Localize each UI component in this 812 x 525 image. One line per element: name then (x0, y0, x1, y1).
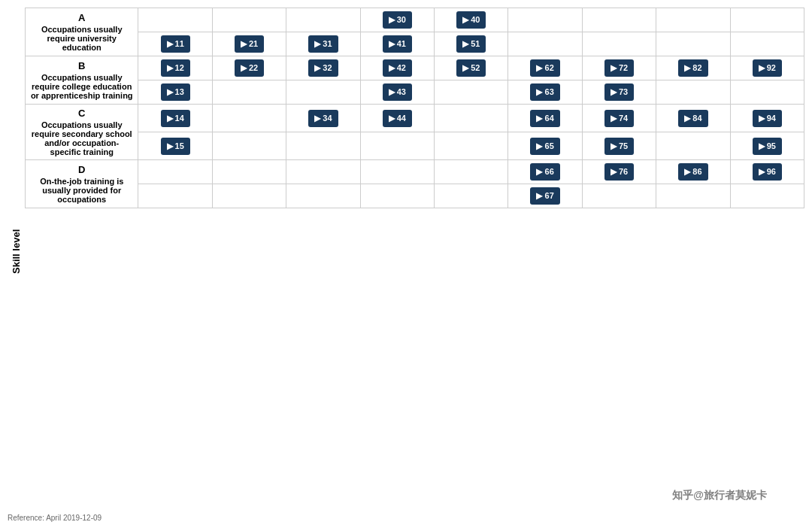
badge-86[interactable]: ▶ 86 (678, 163, 707, 181)
badge-96[interactable]: ▶ 96 (753, 163, 782, 181)
table-row: ▶ 67 (26, 184, 804, 208)
table-row: A Occupations usually require university… (26, 8, 804, 32)
badge-64[interactable]: ▶ 64 (530, 110, 559, 127)
badge-30[interactable]: ▶ 30 (383, 11, 412, 29)
cell (138, 184, 212, 208)
group-d-label: D On-the-job training is usually provide… (26, 160, 138, 208)
cell (286, 8, 360, 32)
cell: ▶ 42 (360, 56, 434, 80)
cell (656, 80, 730, 105)
badge-63[interactable]: ▶ 63 (530, 83, 559, 101)
cell: ▶ 31 (286, 32, 360, 56)
cell (286, 160, 360, 184)
cell (138, 8, 212, 32)
cell: ▶ 43 (360, 80, 434, 105)
cell: ▶ 32 (286, 56, 360, 80)
badge-51[interactable]: ▶ 51 (456, 35, 486, 53)
cell: ▶ 34 (286, 105, 360, 132)
badge-15[interactable]: ▶ 15 (161, 138, 190, 155)
badge-74[interactable]: ▶ 74 (604, 110, 634, 127)
badge-67[interactable]: ▶ 67 (530, 187, 559, 205)
badge-14[interactable]: ▶ 14 (161, 110, 190, 127)
badge-62[interactable]: ▶ 62 (530, 59, 559, 77)
cell: ▶ 74 (582, 105, 656, 132)
cell (730, 32, 804, 56)
table-row: D On-the-job training is usually provide… (26, 160, 804, 184)
badge-13[interactable]: ▶ 13 (161, 83, 190, 101)
badge-72[interactable]: ▶ 72 (604, 59, 634, 77)
cell (435, 105, 508, 132)
cell (286, 132, 360, 160)
badge-44[interactable]: ▶ 44 (383, 110, 412, 127)
cell (582, 8, 656, 32)
badge-21[interactable]: ▶ 21 (235, 35, 264, 53)
badge-92[interactable]: ▶ 92 (753, 59, 782, 77)
cell: ▶ 95 (730, 132, 804, 160)
badge-43[interactable]: ▶ 43 (383, 83, 412, 101)
cell: ▶ 82 (656, 56, 730, 80)
cell (212, 8, 286, 32)
badge-95[interactable]: ▶ 95 (753, 138, 782, 155)
badge-11[interactable]: ▶ 11 (161, 35, 190, 53)
badge-34[interactable]: ▶ 34 (308, 110, 338, 127)
badge-73[interactable]: ▶ 73 (604, 83, 634, 101)
cell: ▶ 67 (508, 184, 582, 208)
badge-76[interactable]: ▶ 76 (604, 163, 634, 181)
cell: ▶ 13 (138, 80, 212, 105)
table-row: ▶ 13 ▶ 43 ▶ 63 ▶ 73 (26, 80, 804, 105)
cell: ▶ 14 (138, 105, 212, 132)
cell: ▶ 65 (508, 132, 582, 160)
cell (656, 132, 730, 160)
cell (508, 8, 582, 32)
cell (212, 105, 286, 132)
cell (656, 8, 730, 32)
badge-82[interactable]: ▶ 82 (678, 59, 707, 77)
cell (656, 32, 730, 56)
cell (212, 160, 286, 184)
cell: ▶ 12 (138, 56, 212, 80)
cell (435, 132, 508, 160)
cell: ▶ 64 (508, 105, 582, 132)
cell: ▶ 22 (212, 56, 286, 80)
badge-52[interactable]: ▶ 52 (456, 59, 486, 77)
cell (582, 32, 656, 56)
badge-66[interactable]: ▶ 66 (530, 163, 559, 181)
cell: ▶ 92 (730, 56, 804, 80)
cell: ▶ 62 (508, 56, 582, 80)
badge-12[interactable]: ▶ 12 (161, 59, 190, 77)
cell: ▶ 41 (360, 32, 434, 56)
cell: ▶ 96 (730, 160, 804, 184)
cell: ▶ 86 (656, 160, 730, 184)
badge-65[interactable]: ▶ 65 (530, 138, 559, 155)
cell (508, 32, 582, 56)
cell: ▶ 66 (508, 160, 582, 184)
group-c-label: C Occupations usually require secondary … (26, 105, 138, 160)
badge-41[interactable]: ▶ 41 (383, 35, 412, 53)
page-wrapper: Skill level A (0, 0, 812, 525)
badge-22[interactable]: ▶ 22 (235, 59, 264, 77)
footer-text: Reference: April 2019-12-09 (0, 511, 812, 525)
cell (212, 132, 286, 160)
badge-94[interactable]: ▶ 94 (753, 110, 782, 127)
cell (212, 184, 286, 208)
badge-31[interactable]: ▶ 31 (308, 35, 338, 53)
table-row: B Occupations usually require college ed… (26, 56, 804, 80)
cell: ▶ 76 (582, 160, 656, 184)
badge-32[interactable]: ▶ 32 (308, 59, 338, 77)
cell: ▶ 11 (138, 32, 212, 56)
cell: ▶ 44 (360, 105, 434, 132)
cell: ▶ 21 (212, 32, 286, 56)
badge-40[interactable]: ▶ 40 (456, 11, 486, 29)
group-a-label: A Occupations usually require university… (26, 8, 138, 56)
table-row: C Occupations usually require secondary … (26, 105, 804, 132)
cell (286, 80, 360, 105)
badge-75[interactable]: ▶ 75 (604, 138, 634, 155)
cell: ▶ 84 (656, 105, 730, 132)
cell (435, 80, 508, 105)
skill-level-label: Skill level (8, 8, 25, 496)
badge-42[interactable]: ▶ 42 (383, 59, 412, 77)
cell (435, 184, 508, 208)
cell: ▶ 63 (508, 80, 582, 105)
badge-84[interactable]: ▶ 84 (678, 110, 707, 127)
cell (360, 184, 434, 208)
